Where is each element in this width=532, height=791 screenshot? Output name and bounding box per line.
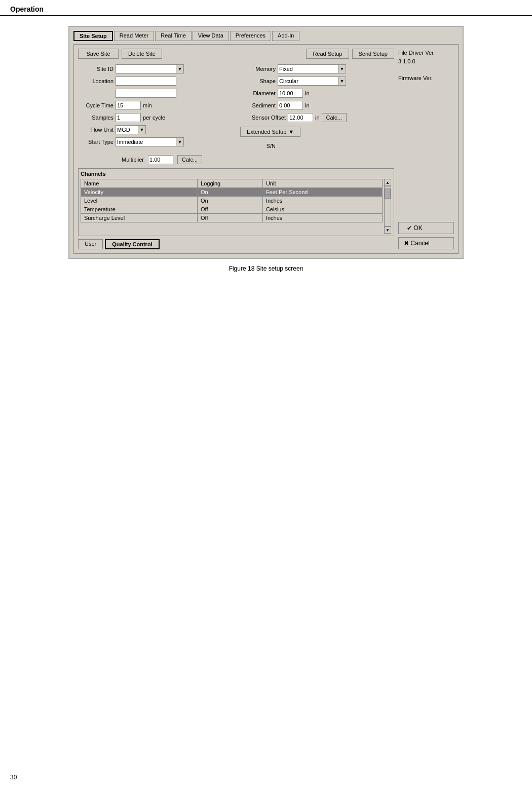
sensor-offset-input[interactable] — [288, 113, 313, 122]
ok-button[interactable]: ✔ OK — [398, 222, 454, 234]
toolbar-row: Save Site Delete Site Read Setup Send Se… — [78, 49, 394, 59]
sensor-offset-unit: in — [315, 115, 320, 121]
extended-setup-arrow-icon: ▼ — [288, 129, 294, 135]
form-left-col: Site ID ▼ Location — [78, 64, 232, 151]
figure-caption: Figure 18 Site setup screen — [229, 265, 303, 272]
start-type-input[interactable] — [116, 137, 176, 146]
flow-unit-row: Flow Unit ▼ — [78, 125, 232, 135]
bottom-tabs: User Quality Control — [78, 239, 394, 249]
tab-preferences[interactable]: Preferences — [230, 31, 271, 41]
row-unit: Celsius — [262, 205, 382, 214]
sediment-unit: in — [305, 102, 310, 108]
tab-site-setup[interactable]: Site Setup — [73, 31, 113, 41]
channels-title: Channels — [81, 171, 392, 177]
table-row[interactable]: Surcharge Level Off Inches — [81, 214, 383, 222]
cancel-button[interactable]: ✖ Cancel — [398, 237, 454, 249]
location-row: Location — [78, 76, 232, 86]
tab-quality-control[interactable]: Quality Control — [105, 239, 159, 249]
sensor-offset-label: Sensor Offset — [240, 115, 286, 121]
multiplier-label: Multiplier — [108, 157, 144, 163]
site-id-input[interactable] — [116, 64, 176, 73]
delete-site-button[interactable]: Delete Site — [122, 49, 162, 59]
file-driver-label: File Driver Ver. — [398, 49, 454, 57]
row-name: Level — [81, 197, 198, 205]
row-logging: Off — [198, 205, 263, 214]
sediment-label: Sediment — [240, 102, 276, 108]
sediment-input[interactable] — [278, 101, 303, 110]
scrollbar-up-arrow[interactable]: ▲ — [384, 179, 391, 186]
memory-input[interactable] — [278, 64, 338, 73]
table-row[interactable]: Level On Inches — [81, 197, 383, 205]
memory-arrow[interactable]: ▼ — [338, 64, 346, 73]
row-unit: Inches — [262, 197, 382, 205]
dialog-outer: Site Setup Read Meter Real Time View Dat… — [68, 26, 464, 259]
location-extra-input[interactable] — [116, 89, 176, 98]
scrollbar-track — [384, 186, 391, 227]
row-unit: Inches — [262, 214, 382, 222]
diameter-input[interactable] — [278, 89, 303, 98]
row-logging: Off — [198, 214, 263, 222]
location-input[interactable] — [116, 77, 176, 86]
channels-scrollbar: ▲ ▼ — [384, 179, 392, 234]
tab-read-meter[interactable]: Read Meter — [114, 31, 154, 41]
col-header-name: Name — [81, 179, 198, 188]
title-text: Operation — [10, 5, 44, 13]
scrollbar-thumb[interactable] — [385, 189, 391, 199]
start-type-label: Start Type — [78, 139, 113, 145]
location-label: Location — [78, 78, 113, 84]
figure-container: Site Setup Read Meter Real Time View Dat… — [10, 26, 522, 272]
shape-row: Shape ▼ — [240, 76, 394, 86]
diameter-unit: in — [305, 90, 310, 96]
form-right-col: Memory ▼ Shape — [240, 64, 394, 151]
site-id-label: Site ID — [78, 66, 113, 72]
extended-setup-button[interactable]: Extended Setup ▼ — [240, 127, 300, 137]
channels-table-wrap: Name Logging Unit Velocity On — [81, 179, 383, 234]
flow-unit-arrow[interactable]: ▼ — [138, 125, 146, 134]
send-setup-button[interactable]: Send Setup — [352, 49, 395, 59]
multiplier-input[interactable] — [148, 155, 173, 164]
read-setup-button[interactable]: Read Setup — [306, 49, 349, 59]
save-site-button[interactable]: Save Site — [78, 49, 119, 59]
start-type-arrow[interactable]: ▼ — [176, 137, 184, 146]
samples-unit: per cycle — [143, 115, 165, 121]
site-id-select-wrapper: ▼ — [116, 64, 184, 73]
table-row[interactable]: Temperature Off Celsius — [81, 205, 383, 214]
file-driver-value: 3.1.0.0 — [398, 57, 454, 66]
sensor-offset-calc-button[interactable]: Calc... — [322, 113, 347, 122]
location-extra-row — [78, 88, 232, 98]
site-id-dropdown-arrow[interactable]: ▼ — [176, 64, 184, 73]
page-title: Operation — [0, 0, 532, 16]
shape-input[interactable] — [278, 77, 338, 86]
diameter-row: Diameter in — [240, 88, 394, 98]
channels-section: Channels Name Logging Unit — [78, 168, 394, 236]
tab-real-time[interactable]: Real Time — [155, 31, 192, 41]
right-info: File Driver Ver. 3.1.0.0 Firmware Ver. — [398, 49, 454, 82]
row-name: Temperature — [81, 205, 198, 214]
tab-user[interactable]: User — [78, 239, 103, 249]
cycle-time-input[interactable] — [116, 101, 141, 110]
form-fields: Site ID ▼ Location — [78, 64, 394, 151]
tab-add-in[interactable]: Add-In — [272, 31, 299, 41]
page-number: 30 — [10, 774, 17, 781]
samples-input[interactable] — [116, 113, 141, 122]
sensor-offset-row: Sensor Offset in Calc... — [240, 112, 394, 123]
table-row[interactable]: Velocity On Feet Per Second — [81, 188, 383, 197]
shape-arrow[interactable]: ▼ — [338, 77, 346, 86]
row-name: Surcharge Level — [81, 214, 198, 222]
multiplier-calc-button[interactable]: Calc... — [177, 155, 202, 164]
dialog-panel: Save Site Delete Site Read Setup Send Se… — [73, 44, 459, 254]
col-header-logging: Logging — [198, 179, 263, 188]
row-logging: On — [198, 197, 263, 205]
start-type-wrapper: ▼ — [116, 137, 184, 146]
tab-view-data[interactable]: View Data — [193, 31, 229, 41]
memory-wrapper: ▼ — [278, 64, 346, 73]
samples-label: Samples — [78, 115, 113, 121]
firmware-label: Firmware Ver. — [398, 74, 454, 83]
multiplier-row: Multiplier Calc... — [108, 155, 394, 164]
flow-unit-input[interactable] — [116, 125, 138, 134]
memory-label: Memory — [240, 66, 276, 72]
scrollbar-down-arrow[interactable]: ▼ — [384, 227, 391, 234]
extended-setup-label: Extended Setup — [247, 129, 286, 135]
flow-unit-wrapper: ▼ — [116, 125, 146, 134]
col-header-unit: Unit — [262, 179, 382, 188]
